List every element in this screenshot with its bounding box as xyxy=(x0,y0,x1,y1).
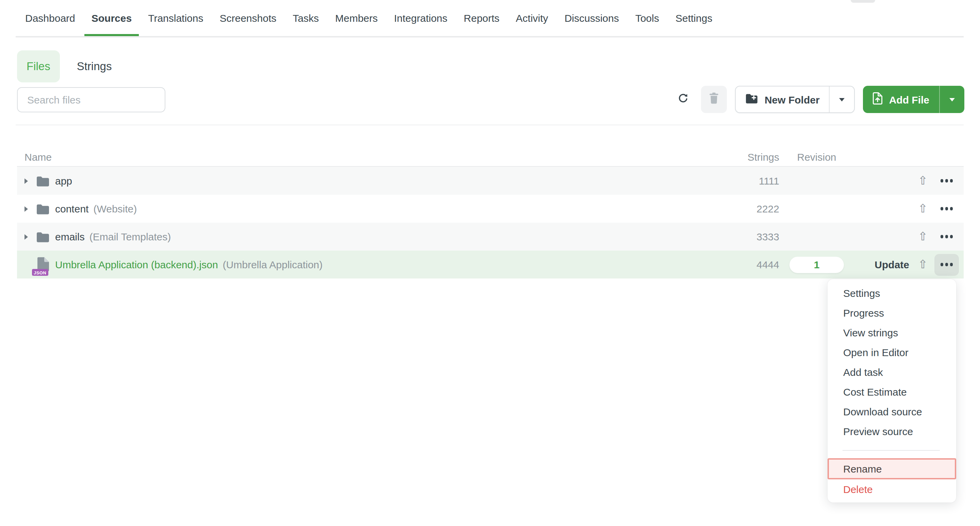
row-menu-button-active[interactable] xyxy=(934,253,959,276)
nav-item-activity[interactable]: Activity xyxy=(516,0,548,36)
upload-icon[interactable]: ⇧ xyxy=(918,175,928,186)
add-file-split-button: Add File xyxy=(863,86,964,113)
upload-icon[interactable]: ⇧ xyxy=(918,203,928,215)
menu-item-progress[interactable]: Progress xyxy=(827,303,956,322)
sources-files-page: Dashboard Sources Translations Screensho… xyxy=(0,0,980,526)
folder-icon xyxy=(35,231,50,242)
folder-name[interactable]: content xyxy=(55,203,89,215)
strings-count: 3333 xyxy=(708,231,779,242)
json-file-icon: JSON xyxy=(35,257,50,273)
menu-item-download-source[interactable]: Download source xyxy=(827,402,956,421)
strings-count: 4444 xyxy=(708,259,779,270)
toolbar-table-divider xyxy=(16,124,964,125)
menu-item-delete[interactable]: Delete xyxy=(827,479,956,499)
column-header-name: Name xyxy=(24,151,708,163)
refresh-button[interactable] xyxy=(673,86,693,113)
column-header-revision: Revision xyxy=(779,151,854,163)
table-row-folder-content[interactable]: content (Website) 2222 ⇧ xyxy=(17,195,964,223)
folder-icon xyxy=(35,175,50,186)
menu-item-settings[interactable]: Settings xyxy=(827,283,956,303)
strings-count: 1111 xyxy=(708,175,779,186)
add-file-label: Add File xyxy=(889,94,929,105)
strings-count: 2222 xyxy=(708,203,779,215)
row-menu-button[interactable] xyxy=(940,179,953,182)
file-name-link[interactable]: Umbrella Application (backend).json xyxy=(55,259,218,270)
menu-item-rename[interactable]: Rename xyxy=(827,458,956,479)
upload-icon[interactable]: ⇧ xyxy=(918,259,928,270)
folder-note: (Email Templates) xyxy=(89,231,171,242)
nav-item-translations[interactable]: Translations xyxy=(148,0,203,36)
folder-icon xyxy=(35,203,50,214)
column-header-strings: Strings xyxy=(708,151,779,163)
nav-bottom-border xyxy=(16,36,964,37)
chevron-down-icon xyxy=(840,98,845,101)
nav-item-settings[interactable]: Settings xyxy=(675,0,712,36)
update-link[interactable]: Update xyxy=(875,258,909,270)
table-header: Name Strings Revision xyxy=(17,147,964,166)
nav-item-tasks[interactable]: Tasks xyxy=(293,0,319,36)
folder-note: (Website) xyxy=(93,203,137,215)
folder-name[interactable]: emails xyxy=(55,231,85,242)
nav-item-dashboard[interactable]: Dashboard xyxy=(25,0,75,36)
table-row-folder-app[interactable]: app 1111 ⇧ xyxy=(17,167,964,195)
revision-pill: 1 xyxy=(789,257,844,273)
new-folder-split-button: New Folder xyxy=(735,86,855,113)
nav-item-reports[interactable]: Reports xyxy=(464,0,500,36)
cutoff-top-element xyxy=(851,0,875,2)
refresh-icon xyxy=(678,93,688,105)
menu-divider xyxy=(843,450,940,450)
nav-item-tools[interactable]: Tools xyxy=(635,0,659,36)
file-upload-icon xyxy=(873,92,883,107)
nav-item-screenshots[interactable]: Screenshots xyxy=(220,0,277,36)
expand-caret-icon[interactable] xyxy=(24,178,28,183)
folder-name[interactable]: app xyxy=(55,175,72,186)
menu-item-preview-source[interactable]: Preview source xyxy=(827,421,956,441)
new-folder-button[interactable]: New Folder xyxy=(736,86,829,112)
add-file-dropdown-button[interactable] xyxy=(939,86,964,113)
row-menu-button[interactable] xyxy=(940,207,953,210)
file-context-menu: Settings Progress View strings Open in E… xyxy=(827,279,956,502)
nav-item-discussions[interactable]: Discussions xyxy=(565,0,619,36)
tab-strings[interactable]: Strings xyxy=(77,60,112,73)
json-badge: JSON xyxy=(32,269,48,276)
row-menu-button[interactable] xyxy=(940,235,953,238)
project-nav: Dashboard Sources Translations Screensho… xyxy=(0,0,980,36)
upload-icon[interactable]: ⇧ xyxy=(918,231,928,242)
new-folder-label: New Folder xyxy=(765,94,820,105)
table-row-file-umbrella-application[interactable]: JSON Umbrella Application (backend).json… xyxy=(17,250,964,279)
add-file-button[interactable]: Add File xyxy=(863,86,939,113)
menu-item-open-in-editor[interactable]: Open in Editor xyxy=(827,342,956,362)
nav-item-sources[interactable]: Sources xyxy=(92,0,132,36)
files-table: Name Strings Revision app 1111 ⇧ xyxy=(17,147,964,279)
table-row-folder-emails[interactable]: emails (Email Templates) 3333 ⇧ xyxy=(17,223,964,250)
trash-icon xyxy=(710,92,719,106)
expand-caret-icon[interactable] xyxy=(24,234,28,239)
menu-item-cost-estimate[interactable]: Cost Estimate xyxy=(827,382,956,402)
delete-selected-button[interactable] xyxy=(701,86,727,113)
file-note: (Umbrella Application) xyxy=(223,259,323,270)
expand-caret-icon[interactable] xyxy=(24,206,28,211)
menu-item-view-strings[interactable]: View strings xyxy=(827,322,956,342)
tab-files[interactable]: Files xyxy=(17,50,60,82)
view-tabs: Files Strings xyxy=(17,50,111,82)
nav-item-members[interactable]: Members xyxy=(335,0,378,36)
folder-plus-icon xyxy=(746,93,759,105)
toolbar-actions: New Folder Add File xyxy=(673,86,964,113)
ellipsis-icon xyxy=(940,263,953,266)
new-folder-dropdown-button[interactable] xyxy=(829,86,854,112)
nav-item-integrations[interactable]: Integrations xyxy=(394,0,447,36)
search-input[interactable] xyxy=(17,87,165,112)
menu-item-add-task[interactable]: Add task xyxy=(827,362,956,382)
chevron-down-icon xyxy=(949,98,955,101)
